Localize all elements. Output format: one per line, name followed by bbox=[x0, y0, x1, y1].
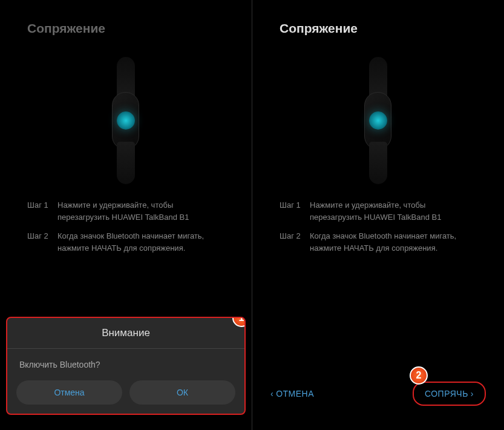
dialog-container: 1 Внимание Включить Bluetooth? Отмена ОК bbox=[6, 317, 246, 415]
dialog-buttons: Отмена ОК bbox=[7, 380, 244, 414]
page-title-left: Сопряжение bbox=[27, 21, 224, 36]
chevron-left-icon: ‹ bbox=[270, 389, 273, 399]
step-1-right: Шаг 1 Нажмите и удерживайте, чтобы перез… bbox=[280, 199, 477, 223]
step-1-text: Нажмите и удерживайте, чтобы перезагрузи… bbox=[57, 199, 224, 223]
page-title-right: Сопряжение bbox=[280, 21, 477, 36]
step-2-text: Когда значок Bluetooth начинает мигать, … bbox=[310, 230, 477, 254]
step-2-left: Шаг 2 Когда значок Bluetooth начинает ми… bbox=[27, 230, 224, 254]
bottom-bar: ‹ ОТМЕНА 2 СОПРЯЧЬ › bbox=[252, 382, 504, 406]
step-1-label: Шаг 1 bbox=[27, 199, 57, 223]
pair-container: 2 СОПРЯЧЬ › bbox=[413, 382, 486, 406]
step-2-label: Шаг 2 bbox=[27, 230, 57, 254]
cancel-button[interactable]: Отмена bbox=[16, 380, 122, 405]
left-panel: Сопряжение Шаг 1 Нажмите и удерживайте, … bbox=[0, 0, 252, 430]
dialog-message: Включить Bluetooth? bbox=[7, 349, 244, 380]
pair-button[interactable]: СОПРЯЧЬ › bbox=[413, 382, 486, 406]
step-1-text: Нажмите и удерживайте, чтобы перезагрузи… bbox=[310, 199, 477, 223]
dialog-title: Внимание bbox=[7, 318, 244, 349]
header-right: Сопряжение bbox=[252, 0, 504, 36]
step-2-label: Шаг 2 bbox=[280, 230, 310, 254]
steps-left: Шаг 1 Нажмите и удерживайте, чтобы перез… bbox=[0, 199, 252, 254]
annotation-marker-2: 2 bbox=[410, 366, 428, 385]
steps-right: Шаг 1 Нажмите и удерживайте, чтобы перез… bbox=[252, 199, 504, 254]
bluetooth-dialog: 1 Внимание Включить Bluetooth? Отмена ОК bbox=[6, 317, 246, 415]
cancel-label: ОТМЕНА bbox=[276, 389, 314, 399]
talkband-device-icon bbox=[345, 57, 411, 184]
step-2-right: Шаг 2 Когда значок Bluetooth начинает ми… bbox=[280, 230, 477, 254]
pair-label: СОПРЯЧЬ bbox=[425, 389, 468, 399]
device-illustration-left bbox=[0, 48, 252, 193]
ok-button[interactable]: ОК bbox=[129, 380, 235, 405]
talkband-device-icon bbox=[93, 57, 159, 184]
step-1-left: Шаг 1 Нажмите и удерживайте, чтобы перез… bbox=[27, 199, 224, 223]
step-1-label: Шаг 1 bbox=[280, 199, 310, 223]
device-illustration-right bbox=[252, 48, 504, 193]
right-panel: Сопряжение Шаг 1 Нажмите и удерживайте, … bbox=[252, 0, 504, 430]
header-left: Сопряжение bbox=[0, 0, 252, 36]
chevron-right-icon: › bbox=[471, 389, 474, 399]
step-2-text: Когда значок Bluetooth начинает мигать, … bbox=[57, 230, 224, 254]
cancel-link[interactable]: ‹ ОТМЕНА bbox=[270, 389, 314, 399]
